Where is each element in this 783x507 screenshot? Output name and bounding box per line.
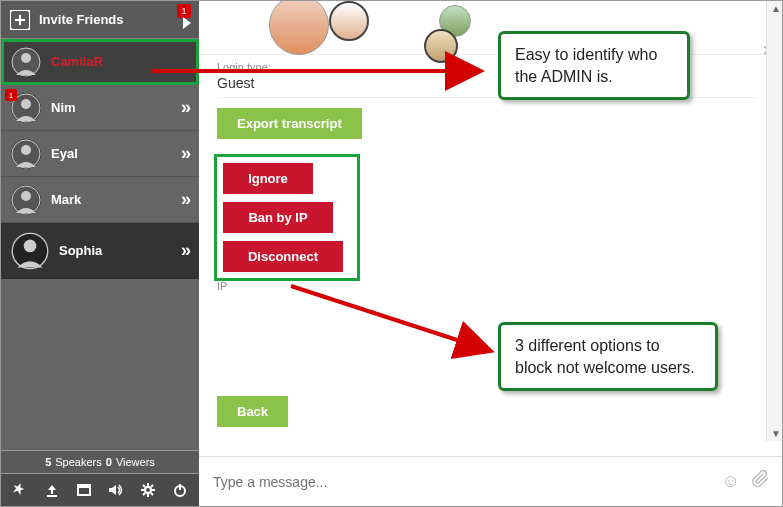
ignore-button[interactable]: Ignore <box>223 163 313 194</box>
svg-line-21 <box>143 493 145 495</box>
user-name: Sophia <box>59 243 102 258</box>
speakers-label: Speakers <box>55 456 101 468</box>
callout-admin: Easy to identify who the ADMIN is. <box>498 31 690 100</box>
user-badge: 1 <box>5 89 17 101</box>
callout-block-options: 3 different options to block not welcome… <box>498 322 718 391</box>
pin-icon[interactable] <box>11 481 29 499</box>
user-name: Nim <box>51 100 76 115</box>
header-avatar <box>329 1 369 41</box>
svg-point-4 <box>21 99 31 109</box>
sidebar-item-user[interactable]: Mark » <box>1 177 199 223</box>
scroll-up-icon[interactable]: ▲ <box>771 3 781 14</box>
sidebar-footer: 5 Speakers 0 Viewers <box>1 450 199 506</box>
user-name: Mark <box>51 192 81 207</box>
viewers-label: Viewers <box>116 456 155 468</box>
power-icon[interactable] <box>171 481 189 499</box>
arrow-annotation <box>281 276 521 376</box>
header-avatars <box>199 1 783 55</box>
window-icon[interactable] <box>75 481 93 499</box>
volume-icon[interactable] <box>107 481 125 499</box>
chevron-right-icon: » <box>181 240 189 261</box>
stats-bar: 5 Speakers 0 Viewers <box>1 450 199 474</box>
message-input[interactable] <box>213 474 710 490</box>
gear-icon[interactable] <box>139 481 157 499</box>
header-avatar <box>269 0 329 55</box>
export-transcript-button[interactable]: Export transcript <box>217 108 362 139</box>
sidebar-item-user[interactable]: Eyal » <box>1 131 199 177</box>
scrollbar[interactable]: ▲ ▼ <box>766 1 783 441</box>
svg-line-25 <box>291 286 491 351</box>
svg-point-6 <box>21 145 31 155</box>
svg-line-20 <box>151 485 153 487</box>
emoji-icon[interactable]: ☺ <box>722 471 740 492</box>
chevron-right-icon: » <box>181 143 189 164</box>
plus-icon <box>9 9 31 31</box>
invite-friends-label: Invite Friends <box>39 12 124 27</box>
avatar-icon <box>11 47 41 77</box>
block-options-group: Ignore Ban by IP Disconnect <box>217 157 357 278</box>
avatar-icon <box>11 232 49 270</box>
scroll-down-icon[interactable]: ▼ <box>771 428 781 439</box>
svg-point-8 <box>21 191 31 201</box>
user-name: Eyal <box>51 146 78 161</box>
speakers-count: 5 <box>45 456 51 468</box>
svg-point-2 <box>21 53 31 63</box>
arrow-annotation <box>141 56 501 96</box>
sidebar-item-user-active[interactable]: Sophia » <box>1 223 199 279</box>
svg-line-19 <box>151 493 153 495</box>
invite-friends-row[interactable]: Invite Friends 1 <box>1 1 199 39</box>
svg-point-10 <box>24 239 37 252</box>
upload-icon[interactable] <box>43 481 61 499</box>
svg-line-18 <box>143 485 145 487</box>
viewers-count: 0 <box>106 456 112 468</box>
svg-rect-12 <box>78 485 90 488</box>
avatar-icon <box>11 185 41 215</box>
chevron-right-icon: » <box>181 97 189 118</box>
attachment-icon[interactable] <box>752 470 770 493</box>
avatar-icon <box>11 139 41 169</box>
disconnect-button[interactable]: Disconnect <box>223 241 343 272</box>
ban-by-ip-button[interactable]: Ban by IP <box>223 202 333 233</box>
back-button[interactable]: Back <box>217 396 288 427</box>
svg-point-13 <box>145 487 151 493</box>
user-name: CamilaR <box>51 54 103 69</box>
invite-badge: 1 <box>177 4 191 18</box>
toolbar <box>1 474 199 506</box>
composer: ☺ <box>199 456 783 506</box>
triangle-left-icon <box>183 17 191 29</box>
chevron-right-icon: » <box>181 189 189 210</box>
